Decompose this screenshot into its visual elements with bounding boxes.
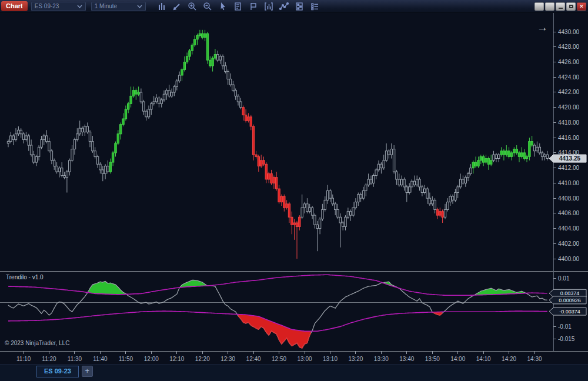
zoom-in-icon [188,2,197,11]
draw-icon [172,2,182,11]
svg-text:12:30: 12:30 [220,356,235,362]
svg-text:4413.25: 4413.25 [559,155,581,162]
svg-text:12:00: 12:00 [144,356,159,362]
svg-text:14:20: 14:20 [502,356,516,362]
svg-text:12:50: 12:50 [272,356,286,362]
svg-text:11:10: 11:10 [16,356,31,362]
svg-text:4420.00: 4420.00 [558,104,580,111]
cursor-icon [218,2,228,11]
svg-text:4424.00: 4424.00 [558,74,580,81]
chevron-down-icon [137,5,142,8]
scroll-to-end-arrow-icon: → [537,21,548,34]
chart-window: Chart ES 09-23 1 Minute ✕ 4400.004402.00… [0,0,588,381]
svg-text:4406.00: 4406.00 [558,210,580,216]
display-settings-icon [310,2,319,11]
zoom-out-button[interactable] [202,1,213,12]
chart-style-icon [157,2,166,11]
data-box-button[interactable] [248,1,259,12]
interval-value: 1 Minute [95,3,117,9]
svg-text:12:10: 12:10 [169,356,184,362]
svg-text:4410.00: 4410.00 [558,180,580,186]
chart-area: 4400.004402.004404.004406.004408.004410.… [0,13,588,365]
svg-text:4416.00: 4416.00 [558,135,580,141]
svg-text:4408.00: 4408.00 [558,195,580,202]
svg-text:4418.00: 4418.00 [558,119,580,126]
instrument-value: ES 09-23 [35,3,59,9]
svg-text:13:00: 13:00 [298,356,312,362]
svg-text:4412.00: 4412.00 [558,165,580,171]
zoom-out-icon [203,2,212,11]
chart-canvas[interactable]: 4400.004402.004404.004406.004408.004410.… [0,13,588,365]
svg-text:13:10: 13:10 [323,356,338,362]
minimize-button[interactable] [556,2,565,11]
close-icon: ✕ [579,4,584,9]
chevron-down-icon [77,5,82,8]
toolbar-icons [156,1,320,12]
svg-text:0.00374: 0.00374 [560,290,580,296]
svg-text:14:00: 14:00 [450,356,465,362]
maximize-button[interactable] [566,2,576,11]
svg-text:0.01: 0.01 [558,275,570,282]
svg-text:11:40: 11:40 [93,356,108,362]
zoom-in-button[interactable] [186,1,198,12]
properties-icon [295,2,304,11]
window-button-2[interactable] [545,2,554,11]
svg-text:4430.00: 4430.00 [558,29,580,35]
indicator-label: Trendilo - v1.0 [6,274,44,280]
drawing-tools-button[interactable] [278,1,290,12]
chart-trader-icon [233,2,243,11]
svg-text:13:20: 13:20 [348,356,363,362]
chart-trader-button[interactable] [232,1,244,12]
svg-text:12:20: 12:20 [195,356,210,362]
svg-text:-0.01: -0.01 [558,323,572,330]
minimize-icon [559,8,563,9]
svg-text:14:10: 14:10 [476,356,491,362]
svg-text:4404.00: 4404.00 [558,225,580,232]
chart-style-button[interactable] [156,1,168,12]
svg-text:4422.00: 4422.00 [558,89,580,95]
toolbar: Chart ES 09-23 1 Minute ✕ [0,0,588,13]
drawing-tools-icon [279,2,289,11]
window-menu-button[interactable]: Chart [1,1,28,11]
cursor-button[interactable] [217,1,229,12]
svg-text:4402.00: 4402.00 [558,240,580,247]
svg-text:11:20: 11:20 [42,356,56,362]
svg-text:4428.00: 4428.00 [558,44,580,50]
properties-button[interactable] [293,1,305,12]
data-box-icon [249,2,258,11]
svg-text:0.000926: 0.000926 [559,298,581,303]
tab-es-09-23[interactable]: ES 09-23 [36,366,79,377]
svg-text:13:40: 13:40 [399,356,414,362]
interval-dropdown[interactable]: 1 Minute [91,2,146,11]
svg-text:-0.015: -0.015 [558,336,575,342]
instrument-dropdown[interactable]: ES 09-23 [31,2,86,11]
indicators-button[interactable] [263,1,275,12]
maximize-icon [569,5,573,8]
copyright-label: © 2023 NinjaTrader, LLC [5,340,69,346]
svg-text:13:30: 13:30 [374,356,389,362]
svg-text:14:30: 14:30 [527,356,542,362]
svg-text:11:50: 11:50 [119,356,133,362]
svg-text:4400.00: 4400.00 [558,256,580,262]
tab-bar: ES 09-23 + [0,365,588,381]
close-button[interactable]: ✕ [577,2,586,11]
svg-text:13:50: 13:50 [425,356,440,362]
svg-text:12:40: 12:40 [246,356,261,362]
candles [7,30,548,259]
svg-text:11:30: 11:30 [68,356,82,362]
window-controls: ✕ [534,2,586,11]
svg-text:-0.00374: -0.00374 [559,309,580,315]
indicators-icon [264,2,273,11]
add-tab-button[interactable]: + [82,366,93,377]
window-button-1[interactable] [534,2,544,11]
draw-button[interactable] [171,1,183,12]
svg-text:4426.00: 4426.00 [558,59,580,65]
display-settings-button[interactable] [309,1,320,12]
